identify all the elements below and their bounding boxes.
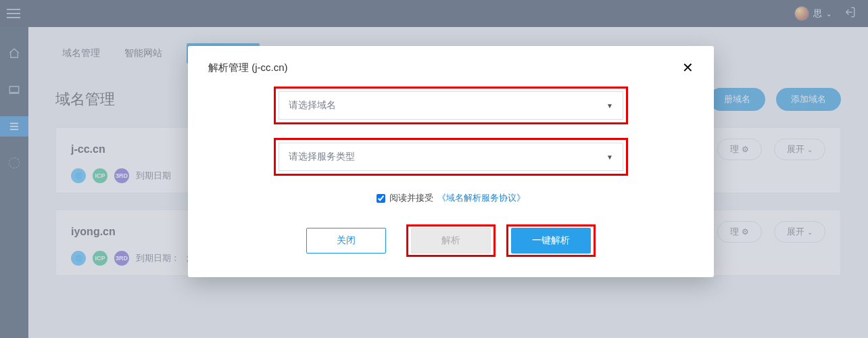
highlight-box: 一键解析 (506, 224, 596, 257)
modal-close-button[interactable]: 关闭 (306, 228, 386, 254)
service-select-placeholder: 请选择服务类型 (289, 151, 355, 163)
dropdown-triangle-icon: ▼ (606, 102, 613, 110)
modal-title: 解析管理 (j-cc.cn) (208, 62, 288, 74)
agreement-link[interactable]: 《域名解析服务协议》 (437, 192, 525, 204)
parse-button[interactable]: 解析 (411, 228, 491, 254)
dns-modal: 解析管理 (j-cc.cn) ✕ 请选择域名 ▼ 请选择服务类型 ▼ 阅读并接受… (188, 46, 714, 277)
dropdown-triangle-icon: ▼ (606, 153, 613, 161)
highlight-box: 请选择域名 ▼ (274, 87, 628, 124)
highlight-box: 请选择服务类型 ▼ (274, 138, 628, 176)
domain-select-placeholder: 请选择域名 (289, 99, 336, 112)
domain-select[interactable]: 请选择域名 ▼ (279, 91, 623, 120)
highlight-box: 解析 (406, 224, 496, 257)
close-icon[interactable]: ✕ (682, 61, 694, 74)
modal-button-row: 关闭 解析 一键解析 (306, 224, 596, 257)
agreement-checkbox[interactable] (377, 194, 385, 203)
agreement-prefix: 阅读并接受 (389, 192, 433, 204)
auto-parse-button[interactable]: 一键解析 (511, 228, 591, 254)
agreement-row: 阅读并接受 《域名解析服务协议》 (377, 192, 525, 204)
service-select[interactable]: 请选择服务类型 ▼ (279, 143, 623, 171)
